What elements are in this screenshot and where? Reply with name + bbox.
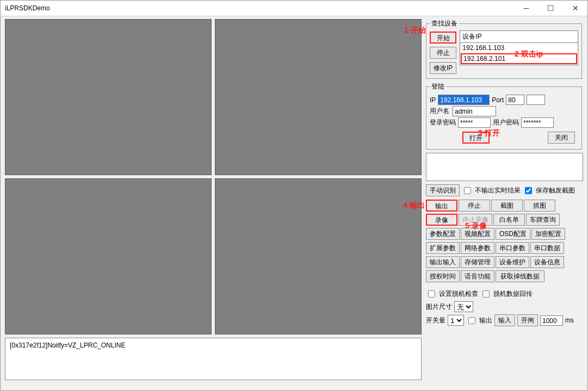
voice-button[interactable]: 语音功能 bbox=[461, 270, 494, 282]
ext-param-button[interactable]: 扩展参数 bbox=[426, 242, 460, 254]
maintain-button[interactable]: 设备维护 bbox=[496, 256, 529, 268]
log-output[interactable]: [0x317e2f12]Noitfy=VZ_LPRC_ONLINE bbox=[5, 338, 422, 380]
search-group: 查找设备 开始 停止 修改IP 设备IP 192.168.1.103 192.1… bbox=[426, 19, 582, 79]
osd-config-button[interactable]: OSD配置 bbox=[496, 228, 530, 240]
video-panel-3[interactable] bbox=[5, 178, 212, 334]
param-config-button[interactable]: 参数配置 bbox=[426, 228, 460, 240]
open-gate-button[interactable]: 开闸 bbox=[517, 314, 538, 326]
serial-data-button[interactable]: 串口数据 bbox=[530, 242, 564, 254]
login-group: 登陆 IP 192.168.1.103 Port 80 用户名 admin 登录… bbox=[426, 82, 582, 150]
manual-recognize-button[interactable]: 手动识别 bbox=[426, 184, 460, 196]
search-legend: 查找设备 bbox=[430, 19, 459, 28]
close-button[interactable]: 关闭 bbox=[548, 132, 575, 144]
op-area: 手动识别 不输出实时结果 保存触发截图 输出 停止 截图 抓图 录像 停止录像 … bbox=[426, 183, 582, 327]
app-window: iLPRSDKDemo ─ ☐ ✕ [0x317e2f12]Noitfy=VZ_… bbox=[0, 0, 588, 391]
screenshot-button[interactable]: 截图 bbox=[491, 200, 523, 212]
input-button[interactable]: 输入 bbox=[494, 314, 515, 326]
maximize-icon[interactable]: ☐ bbox=[539, 1, 563, 16]
serial-param-button[interactable]: 串口参数 bbox=[496, 242, 529, 254]
start-search-button[interactable]: 开始 bbox=[430, 32, 456, 44]
open-button[interactable]: 打开 bbox=[462, 132, 490, 144]
switch-select[interactable]: 1 bbox=[448, 315, 464, 326]
user-field[interactable]: admin bbox=[453, 106, 496, 116]
client-area: [0x317e2f12]Noitfy=VZ_LPRC_ONLINE 查找设备 开… bbox=[1, 16, 587, 390]
user-label: 用户名 bbox=[430, 107, 450, 116]
minimize-icon[interactable]: ─ bbox=[514, 1, 539, 16]
video-area: [0x317e2f12]Noitfy=VZ_LPRC_ONLINE bbox=[5, 19, 422, 380]
stop-output-button[interactable]: 停止 bbox=[459, 200, 490, 212]
video-panel-4[interactable] bbox=[215, 178, 422, 334]
login-pwd-label: 登录密码 bbox=[430, 118, 456, 127]
log-line: [0x317e2f12]Noitfy=VZ_LPRC_ONLINE bbox=[10, 342, 417, 349]
grab-button[interactable]: 抓图 bbox=[524, 200, 555, 212]
login-pwd-field[interactable]: ***** bbox=[458, 117, 491, 128]
img-size-label: 图片尺寸 bbox=[426, 302, 452, 312]
output-button[interactable]: 输出 bbox=[426, 200, 457, 212]
whitelist-button[interactable]: 白名单 bbox=[493, 214, 525, 226]
output-checkbox[interactable]: 输出 bbox=[466, 315, 492, 326]
stop-record-button[interactable]: 停止录像 bbox=[459, 214, 492, 226]
auth-time-button[interactable]: 授权时间 bbox=[426, 270, 460, 282]
offline-check-checkbox[interactable]: 设置脱机检查 bbox=[426, 289, 478, 299]
img-size-select[interactable]: 无 bbox=[454, 301, 473, 312]
video-panel-2[interactable] bbox=[215, 19, 422, 175]
ms-label: ms bbox=[565, 316, 574, 324]
ms-field[interactable]: 1000 bbox=[540, 315, 563, 326]
ip-field[interactable]: 192.168.1.103 bbox=[438, 95, 490, 105]
ip-label: IP bbox=[430, 96, 436, 104]
user-pwd-field[interactable]: ******* bbox=[521, 117, 554, 128]
port-field[interactable]: 80 bbox=[506, 95, 524, 105]
save-trigger-checkbox[interactable]: 保存触发截图 bbox=[523, 185, 575, 196]
user-pwd-label: 用户密码 bbox=[493, 118, 519, 127]
plate-query-button[interactable]: 车牌查询 bbox=[526, 214, 560, 226]
window-title: iLPRSDKDemo bbox=[1, 4, 514, 12]
video-config-button[interactable]: 视频配置 bbox=[461, 228, 494, 240]
right-panel: 查找设备 开始 停止 修改IP 设备IP 192.168.1.103 192.1… bbox=[426, 19, 582, 328]
switch-label: 开关量 bbox=[426, 316, 445, 325]
login-legend: 登陆 bbox=[430, 82, 446, 91]
record-button[interactable]: 录像 bbox=[426, 214, 457, 226]
video-panel-1[interactable] bbox=[5, 19, 212, 175]
modify-ip-button[interactable]: 修改IP bbox=[430, 62, 456, 74]
encrypt-config-button[interactable]: 加密配置 bbox=[531, 228, 565, 240]
io-button[interactable]: 输出输入 bbox=[426, 256, 460, 268]
device-list-header: 设备IP bbox=[460, 30, 578, 43]
message-box[interactable] bbox=[426, 153, 583, 181]
stop-search-button[interactable]: 停止 bbox=[430, 47, 456, 59]
device-ip-row[interactable]: 192.168.2.101 bbox=[461, 53, 577, 64]
devinfo-button[interactable]: 设备信息 bbox=[530, 256, 564, 268]
device-ip-row[interactable]: 192.168.1.103 bbox=[460, 43, 578, 53]
storage-button[interactable]: 存储管理 bbox=[461, 256, 494, 268]
no-realtime-checkbox[interactable]: 不输出实时结果 bbox=[462, 185, 521, 196]
offline-data-checkbox[interactable]: 脱机数据回传 bbox=[480, 289, 533, 299]
port-label: Port bbox=[492, 96, 504, 104]
drop-data-button[interactable]: 获取掉线数据 bbox=[496, 270, 544, 282]
extra-port-field[interactable] bbox=[527, 95, 545, 105]
close-icon[interactable]: ✕ bbox=[563, 1, 587, 16]
titlebar: iLPRSDKDemo ─ ☐ ✕ bbox=[1, 1, 587, 16]
net-param-button[interactable]: 网络参数 bbox=[461, 242, 494, 254]
